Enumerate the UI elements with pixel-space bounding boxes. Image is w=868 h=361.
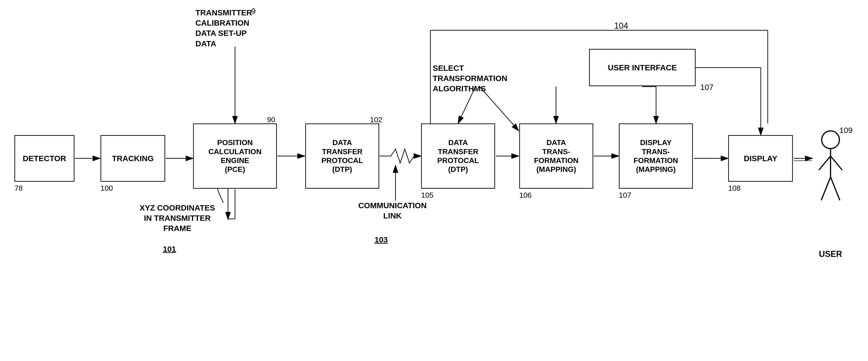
pce-number: 90 — [267, 115, 275, 124]
tracking-number: 100 — [100, 184, 113, 193]
xyz-label: XYZ COORDINATESIN TRANSMITTERFRAME — [140, 203, 215, 233]
dtp2-number: 105 — [421, 191, 433, 200]
user-figure — [812, 131, 849, 212]
data-trans-number: 106 — [519, 191, 532, 200]
transmitter-data-label: TRANSMITTERCALIBRATIONDATA SET-UPDATA — [195, 7, 252, 49]
user-interface-box: USER INTERFACE — [589, 49, 695, 86]
tracking-box: TRACKING — [100, 135, 165, 182]
dtp1-number: 102 — [370, 115, 382, 124]
xyz-number: 101 — [163, 245, 176, 254]
svg-point-27 — [822, 131, 839, 148]
display-trans-box: DISPLAY TRANS- FORMATION (MAPPING) — [619, 123, 693, 189]
num109: 109 — [839, 126, 852, 135]
svg-line-31 — [821, 177, 831, 200]
select-algo-label: SELECTTRANSFORMATIONALGORITHMS — [433, 63, 507, 94]
svg-line-30 — [831, 156, 842, 170]
detector-number: 78 — [14, 184, 23, 193]
comm-link-number: 103 — [375, 235, 388, 244]
pce-box: POSITION CALCULATION ENGINE (PCE) — [193, 123, 277, 189]
detector-box: DETECTOR — [14, 135, 74, 182]
svg-line-32 — [831, 177, 840, 200]
display-trans-number: 107 — [619, 191, 631, 200]
dtp2-box: DATA TRANSFER PROTOCAL (DTP) — [421, 123, 495, 189]
svg-line-29 — [819, 156, 831, 170]
user-text-label: USER — [812, 249, 849, 259]
dtp1-box: DATA TRANSFER PROTOCAL (DTP) — [305, 123, 379, 189]
comm-link-label: COMMUNICATIONLINK — [358, 200, 427, 221]
num104: 104 — [614, 21, 628, 31]
display-number: 108 — [728, 184, 741, 193]
num9-label: 9 — [251, 6, 256, 16]
data-trans-box: DATA TRANS- FORMATION (MAPPING) — [519, 123, 593, 189]
display-box: DISPLAY — [728, 135, 793, 182]
num107-right: 107 — [700, 83, 714, 92]
diagram-container: DETECTOR 78 TRACKING 100 POSITION CALCUL… — [0, 0, 868, 361]
